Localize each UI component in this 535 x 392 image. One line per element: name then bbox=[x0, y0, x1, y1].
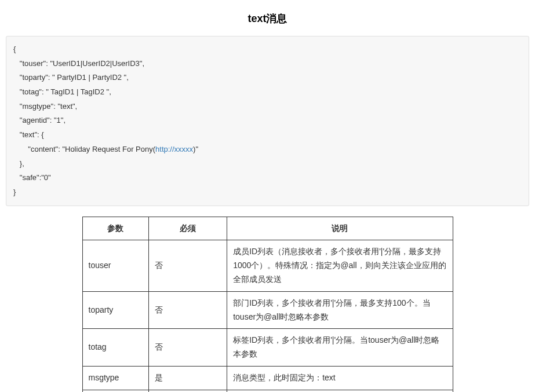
cell-desc: 部门ID列表，多个接收者用'|'分隔，最多支持100个。当touser为@all… bbox=[227, 291, 453, 329]
page-title: text消息 bbox=[6, 12, 529, 25]
table-header-row: 参数 必须 说明 bbox=[82, 217, 453, 240]
table-row: toparty 否 部门ID列表，多个接收者用'|'分隔，最多支持100个。当t… bbox=[82, 291, 453, 329]
parameter-table: 参数 必须 说明 touser 否 成员ID列表（消息接收者，多个接收者用'|'… bbox=[82, 217, 453, 392]
code-line: { bbox=[13, 45, 16, 53]
header-param: 参数 bbox=[82, 217, 149, 240]
cell-param: totag bbox=[82, 329, 149, 367]
cell-required: 否 bbox=[149, 329, 227, 367]
code-line: "totag": " TagID1 | TagID2 ", bbox=[13, 87, 111, 96]
cell-desc: 消息类型，此时固定为：text bbox=[227, 366, 453, 390]
code-line: "agentid": "1", bbox=[13, 116, 65, 124]
cell-desc: 标签ID列表，多个接收者用'|'分隔。当touser为@all时忽略本参数 bbox=[227, 329, 453, 367]
header-required: 必须 bbox=[149, 217, 227, 240]
code-line: }, bbox=[13, 159, 24, 168]
cell-required: 是 bbox=[149, 390, 227, 392]
code-line: } bbox=[13, 188, 16, 196]
code-sample-block: { "touser": "UserID1|UserID2|UserID3", "… bbox=[6, 36, 529, 206]
code-line: "touser": "UserID1|UserID2|UserID3", bbox=[13, 59, 144, 68]
table-row: msgtype 是 消息类型，此时固定为：text bbox=[82, 366, 453, 390]
table-row: agentid 是 企业应用的id，整型。可在应用的设置页面查看 bbox=[82, 390, 453, 392]
code-line: "text": { bbox=[13, 130, 44, 139]
code-line: "content": "Holiday Request For Pony( bbox=[13, 145, 155, 153]
cell-desc: 成员ID列表（消息接收者，多个接收者用'|'分隔，最多支持1000个）。特殊情况… bbox=[227, 240, 453, 291]
code-line: )" bbox=[193, 145, 198, 153]
cell-param: agentid bbox=[82, 390, 149, 392]
cell-param: toparty bbox=[82, 291, 149, 329]
cell-required: 是 bbox=[149, 366, 227, 390]
table-row: touser 否 成员ID列表（消息接收者，多个接收者用'|'分隔，最多支持10… bbox=[82, 240, 453, 291]
code-line: "toparty": " PartyID1 | PartyID2 ", bbox=[13, 73, 129, 82]
table-row: totag 否 标签ID列表，多个接收者用'|'分隔。当touser为@all时… bbox=[82, 329, 453, 367]
cell-param: touser bbox=[82, 240, 149, 291]
cell-desc: 企业应用的id，整型。可在应用的设置页面查看 bbox=[227, 390, 453, 392]
code-line: "safe":"0" bbox=[13, 173, 51, 182]
cell-required: 否 bbox=[149, 291, 227, 329]
cell-param: msgtype bbox=[82, 366, 149, 390]
content-url-link[interactable]: http://xxxxx bbox=[155, 145, 193, 153]
header-desc: 说明 bbox=[227, 217, 453, 240]
code-line: "msgtype": "text", bbox=[13, 102, 77, 111]
cell-required: 否 bbox=[149, 240, 227, 291]
